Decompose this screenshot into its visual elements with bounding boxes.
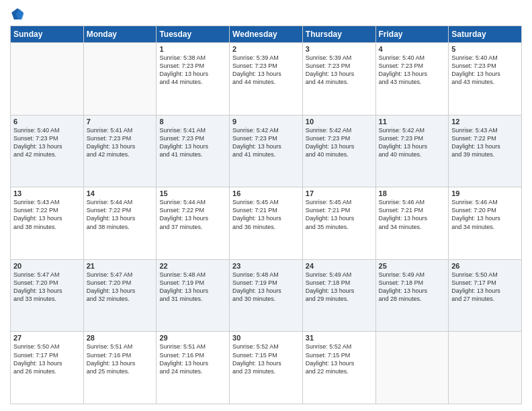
day-info: Sunrise: 5:51 AM Sunset: 7:16 PM Dayligh… [87, 342, 154, 375]
day-number: 21 [87, 262, 154, 270]
day-number: 9 [232, 118, 300, 126]
calendar-cell: 19Sunrise: 5:46 AM Sunset: 7:20 PM Dayli… [449, 187, 522, 260]
day-number: 2 [232, 45, 300, 53]
header [10, 7, 522, 21]
logo-icon [10, 7, 25, 21]
calendar-cell: 14Sunrise: 5:44 AM Sunset: 7:22 PM Dayli… [83, 187, 157, 260]
day-info: Sunrise: 5:47 AM Sunset: 7:20 PM Dayligh… [87, 271, 154, 304]
day-info: Sunrise: 5:45 AM Sunset: 7:21 PM Dayligh… [306, 198, 373, 231]
weekday-header: Saturday [449, 26, 522, 43]
calendar-cell: 16Sunrise: 5:45 AM Sunset: 7:21 PM Dayli… [230, 187, 303, 260]
day-info: Sunrise: 5:39 AM Sunset: 7:23 PM Dayligh… [306, 54, 373, 87]
weekday-header: Thursday [302, 26, 375, 43]
calendar-cell [83, 43, 157, 116]
day-number: 14 [87, 189, 154, 197]
weekday-header: Friday [375, 26, 449, 43]
calendar-cell: 15Sunrise: 5:44 AM Sunset: 7:22 PM Dayli… [157, 187, 230, 260]
weekday-header-row: SundayMondayTuesdayWednesdayThursdayFrid… [11, 26, 522, 43]
calendar-cell: 21Sunrise: 5:47 AM Sunset: 7:20 PM Dayli… [83, 259, 157, 332]
day-number: 30 [232, 334, 300, 342]
day-number: 31 [306, 334, 373, 342]
day-info: Sunrise: 5:49 AM Sunset: 7:18 PM Dayligh… [379, 271, 446, 304]
calendar-cell: 20Sunrise: 5:47 AM Sunset: 7:20 PM Dayli… [11, 259, 84, 332]
day-info: Sunrise: 5:46 AM Sunset: 7:20 PM Dayligh… [451, 198, 519, 231]
weekday-header: Wednesday [230, 26, 303, 43]
calendar-cell: 18Sunrise: 5:46 AM Sunset: 7:21 PM Dayli… [375, 187, 449, 260]
day-info: Sunrise: 5:52 AM Sunset: 7:15 PM Dayligh… [232, 342, 300, 375]
calendar-cell: 12Sunrise: 5:43 AM Sunset: 7:22 PM Dayli… [449, 115, 522, 187]
day-number: 17 [306, 189, 373, 197]
day-info: Sunrise: 5:41 AM Sunset: 7:23 PM Dayligh… [159, 126, 226, 159]
day-info: Sunrise: 5:47 AM Sunset: 7:20 PM Dayligh… [13, 271, 81, 304]
day-info: Sunrise: 5:46 AM Sunset: 7:21 PM Dayligh… [379, 198, 446, 231]
calendar-cell: 4Sunrise: 5:40 AM Sunset: 7:23 PM Daylig… [375, 43, 449, 116]
calendar-cell: 3Sunrise: 5:39 AM Sunset: 7:23 PM Daylig… [302, 43, 375, 116]
calendar-cell: 1Sunrise: 5:38 AM Sunset: 7:23 PM Daylig… [157, 43, 230, 116]
day-number: 27 [13, 334, 81, 342]
day-number: 23 [232, 262, 300, 270]
day-number: 4 [379, 45, 446, 53]
day-info: Sunrise: 5:50 AM Sunset: 7:17 PM Dayligh… [451, 271, 519, 304]
day-info: Sunrise: 5:38 AM Sunset: 7:23 PM Dayligh… [159, 54, 226, 87]
calendar-cell: 22Sunrise: 5:48 AM Sunset: 7:19 PM Dayli… [157, 259, 230, 332]
calendar-cell: 5Sunrise: 5:40 AM Sunset: 7:23 PM Daylig… [449, 43, 522, 116]
calendar-cell: 24Sunrise: 5:49 AM Sunset: 7:18 PM Dayli… [302, 259, 375, 332]
day-number: 8 [159, 118, 226, 126]
day-info: Sunrise: 5:42 AM Sunset: 7:23 PM Dayligh… [306, 126, 373, 159]
day-number: 20 [13, 262, 81, 270]
day-info: Sunrise: 5:50 AM Sunset: 7:17 PM Dayligh… [13, 342, 81, 375]
day-number: 18 [379, 189, 446, 197]
day-number: 25 [379, 262, 446, 270]
day-number: 3 [306, 45, 373, 53]
day-number: 1 [159, 45, 226, 53]
calendar-cell: 29Sunrise: 5:51 AM Sunset: 7:16 PM Dayli… [157, 332, 230, 404]
calendar-cell [11, 43, 84, 116]
day-number: 15 [159, 189, 226, 197]
day-info: Sunrise: 5:48 AM Sunset: 7:19 PM Dayligh… [159, 271, 226, 304]
weekday-header: Sunday [11, 26, 84, 43]
calendar-cell: 25Sunrise: 5:49 AM Sunset: 7:18 PM Dayli… [375, 259, 449, 332]
calendar-cell: 13Sunrise: 5:43 AM Sunset: 7:22 PM Dayli… [11, 187, 84, 260]
day-info: Sunrise: 5:44 AM Sunset: 7:22 PM Dayligh… [87, 198, 154, 231]
day-number: 7 [87, 118, 154, 126]
day-info: Sunrise: 5:41 AM Sunset: 7:23 PM Dayligh… [87, 126, 154, 159]
calendar-cell [449, 332, 522, 404]
day-info: Sunrise: 5:39 AM Sunset: 7:23 PM Dayligh… [232, 54, 300, 87]
day-number: 24 [306, 262, 373, 270]
day-number: 16 [232, 189, 300, 197]
calendar-cell: 27Sunrise: 5:50 AM Sunset: 7:17 PM Dayli… [11, 332, 84, 404]
calendar-week-row: 1Sunrise: 5:38 AM Sunset: 7:23 PM Daylig… [11, 43, 522, 116]
day-number: 5 [451, 45, 519, 53]
calendar-cell: 10Sunrise: 5:42 AM Sunset: 7:23 PM Dayli… [302, 115, 375, 187]
day-number: 26 [451, 262, 519, 270]
calendar-week-row: 6Sunrise: 5:40 AM Sunset: 7:23 PM Daylig… [11, 115, 522, 187]
calendar-cell: 23Sunrise: 5:48 AM Sunset: 7:19 PM Dayli… [230, 259, 303, 332]
day-number: 29 [159, 334, 226, 342]
day-info: Sunrise: 5:40 AM Sunset: 7:23 PM Dayligh… [451, 54, 519, 87]
day-info: Sunrise: 5:43 AM Sunset: 7:22 PM Dayligh… [13, 198, 81, 231]
day-info: Sunrise: 5:49 AM Sunset: 7:18 PM Dayligh… [306, 271, 373, 304]
day-info: Sunrise: 5:52 AM Sunset: 7:15 PM Dayligh… [306, 342, 373, 375]
calendar-cell [375, 332, 449, 404]
day-number: 22 [159, 262, 226, 270]
calendar-week-row: 20Sunrise: 5:47 AM Sunset: 7:20 PM Dayli… [11, 259, 522, 332]
calendar-cell: 2Sunrise: 5:39 AM Sunset: 7:23 PM Daylig… [230, 43, 303, 116]
day-number: 19 [451, 189, 519, 197]
day-info: Sunrise: 5:45 AM Sunset: 7:21 PM Dayligh… [232, 198, 300, 231]
calendar-cell: 8Sunrise: 5:41 AM Sunset: 7:23 PM Daylig… [157, 115, 230, 187]
calendar-cell: 28Sunrise: 5:51 AM Sunset: 7:16 PM Dayli… [83, 332, 157, 404]
calendar-cell: 17Sunrise: 5:45 AM Sunset: 7:21 PM Dayli… [302, 187, 375, 260]
calendar-cell: 26Sunrise: 5:50 AM Sunset: 7:17 PM Dayli… [449, 259, 522, 332]
day-info: Sunrise: 5:42 AM Sunset: 7:23 PM Dayligh… [379, 126, 446, 159]
day-info: Sunrise: 5:40 AM Sunset: 7:23 PM Dayligh… [379, 54, 446, 87]
day-number: 6 [13, 118, 81, 126]
calendar: SundayMondayTuesdayWednesdayThursdayFrid… [10, 26, 522, 404]
calendar-cell: 31Sunrise: 5:52 AM Sunset: 7:15 PM Dayli… [302, 332, 375, 404]
day-info: Sunrise: 5:40 AM Sunset: 7:23 PM Dayligh… [13, 126, 81, 159]
day-info: Sunrise: 5:42 AM Sunset: 7:23 PM Dayligh… [232, 126, 300, 159]
day-number: 11 [379, 118, 446, 126]
day-info: Sunrise: 5:51 AM Sunset: 7:16 PM Dayligh… [159, 342, 226, 375]
day-number: 12 [451, 118, 519, 126]
day-number: 28 [87, 334, 154, 342]
day-info: Sunrise: 5:48 AM Sunset: 7:19 PM Dayligh… [232, 271, 300, 304]
